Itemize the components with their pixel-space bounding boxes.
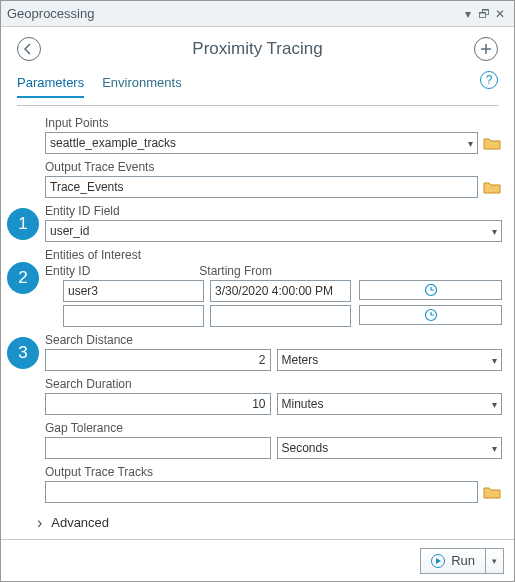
run-button[interactable]: Run — [420, 548, 486, 574]
label-starting-from: Starting From — [199, 264, 347, 278]
label-output-trace-tracks: Output Trace Tracks — [45, 465, 502, 479]
datetime-picker-1[interactable] — [359, 280, 502, 300]
starting-from-row-1[interactable] — [210, 280, 351, 302]
folder-icon — [483, 136, 501, 150]
folder-icon — [483, 180, 501, 194]
clock-icon — [424, 283, 438, 297]
entity-id-field-combo[interactable]: user_id ▾ — [45, 220, 502, 242]
callout-2: 2 — [7, 262, 39, 294]
input-points-value: seattle_example_tracks — [50, 136, 176, 150]
callout-1: 1 — [7, 208, 39, 240]
label-entities-of-interest: Entities of Interest — [45, 248, 502, 262]
back-button[interactable] — [17, 37, 41, 61]
arrow-left-icon — [23, 43, 35, 55]
search-duration-input[interactable] — [45, 393, 271, 415]
browse-output-trace-tracks[interactable] — [482, 483, 502, 501]
chevron-down-icon: ▾ — [492, 443, 497, 454]
tab-parameters[interactable]: Parameters — [17, 71, 84, 98]
label-search-duration: Search Duration — [45, 377, 502, 391]
chevron-down-icon: ▾ — [492, 226, 497, 237]
entity-id-row-2[interactable] — [63, 305, 204, 327]
chevron-down-icon: ▾ — [492, 399, 497, 410]
close-icon[interactable]: ✕ — [492, 6, 508, 22]
gap-tolerance-unit-value: Seconds — [282, 441, 329, 455]
input-points-combo[interactable]: seattle_example_tracks ▾ — [45, 132, 478, 154]
entity-id-row-1[interactable] — [63, 280, 204, 302]
search-distance-input[interactable] — [45, 349, 271, 371]
gap-tolerance-input[interactable] — [45, 437, 271, 459]
entity-id-field-value: user_id — [50, 224, 89, 238]
help-button[interactable]: ? — [480, 71, 498, 89]
folder-icon — [483, 485, 501, 499]
chevron-down-icon: ▾ — [468, 138, 473, 149]
datetime-picker-2[interactable] — [359, 305, 502, 325]
advanced-label: Advanced — [51, 515, 109, 530]
label-entity-id-field: Entity ID Field — [45, 204, 502, 218]
search-distance-unit[interactable]: Meters ▾ — [277, 349, 503, 371]
dropdown-icon[interactable]: ▾ — [460, 6, 476, 22]
label-entity-id: Entity ID — [45, 264, 193, 278]
tab-environments[interactable]: Environments — [102, 71, 181, 98]
add-button[interactable] — [474, 37, 498, 61]
starting-from-row-2[interactable] — [210, 305, 351, 327]
run-dropdown[interactable]: ▾ — [486, 548, 504, 574]
label-search-distance: Search Distance — [45, 333, 502, 347]
panel-title: Geoprocessing — [7, 6, 94, 21]
label-gap-tolerance: Gap Tolerance — [45, 421, 502, 435]
tool-title: Proximity Tracing — [41, 39, 474, 59]
clock-icon — [424, 308, 438, 322]
search-duration-unit-value: Minutes — [282, 397, 324, 411]
browse-input-points[interactable] — [482, 134, 502, 152]
search-duration-unit[interactable]: Minutes ▾ — [277, 393, 503, 415]
play-icon — [431, 554, 445, 568]
gap-tolerance-unit[interactable]: Seconds ▾ — [277, 437, 503, 459]
output-trace-tracks-input[interactable] — [45, 481, 478, 503]
output-trace-events-input[interactable] — [45, 176, 478, 198]
restore-icon[interactable]: 🗗 — [476, 6, 492, 22]
run-label: Run — [451, 553, 475, 568]
browse-output-trace-events[interactable] — [482, 178, 502, 196]
callout-3: 3 — [7, 337, 39, 369]
advanced-toggle[interactable]: Advanced — [37, 513, 502, 531]
label-output-trace-events: Output Trace Events — [45, 160, 502, 174]
plus-icon — [480, 43, 492, 55]
search-distance-unit-value: Meters — [282, 353, 319, 367]
label-input-points: Input Points — [45, 116, 502, 130]
chevron-down-icon: ▾ — [492, 355, 497, 366]
